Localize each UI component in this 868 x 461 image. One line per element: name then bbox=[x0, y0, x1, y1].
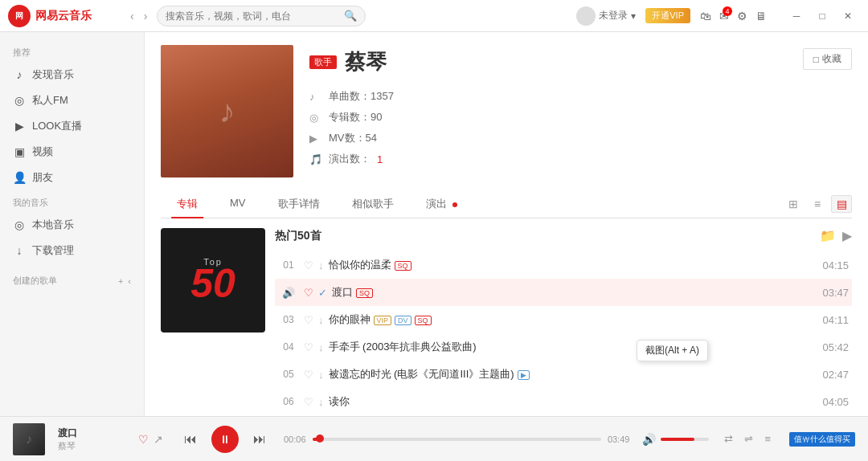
vip-button[interactable]: 开通VIP bbox=[645, 8, 690, 23]
sidebar-item-fm[interactable]: ◎ 私人FM bbox=[0, 88, 144, 113]
search-icon[interactable]: 🔍 bbox=[344, 10, 357, 22]
vip-tag: VIP bbox=[374, 316, 392, 325]
shuffle-icon[interactable]: ⇌ bbox=[742, 430, 755, 447]
song-name[interactable]: 被遗忘的时光 (电影《无间道III》主题曲)▶ bbox=[329, 367, 811, 381]
skin-icon[interactable]: 🖥 bbox=[755, 10, 767, 22]
sidebar-item-friends[interactable]: 👤 朋友 bbox=[0, 165, 144, 190]
tab-similar-artists[interactable]: 相似歌手 bbox=[336, 190, 410, 218]
sidebar-label-video: 视频 bbox=[32, 145, 53, 159]
total-time: 03:49 bbox=[608, 434, 630, 444]
progress-section: 00:06 03:49 bbox=[284, 434, 629, 444]
loop-icon[interactable]: ⇄ bbox=[722, 430, 735, 447]
tab-mv[interactable]: MV bbox=[214, 190, 262, 218]
player-like-icon[interactable]: ♡ bbox=[138, 433, 149, 446]
user-label[interactable]: 未登录 bbox=[599, 9, 628, 22]
play-all-icon[interactable]: ▶ bbox=[842, 228, 852, 243]
folder-icon[interactable]: 📁 bbox=[820, 228, 836, 243]
song-name[interactable]: 读你 bbox=[329, 394, 811, 409]
sidebar-item-download[interactable]: ↓ 下载管理 bbox=[0, 238, 144, 263]
stat-shows-link[interactable]: 1 bbox=[377, 153, 383, 165]
album-icon: ◎ bbox=[309, 112, 322, 124]
sidebar-section-mymusic: 我的音乐 bbox=[0, 190, 144, 212]
download-song-icon[interactable]: ↓ bbox=[318, 396, 324, 408]
nav-arrows: ‹ › bbox=[127, 8, 150, 24]
progress-bar[interactable] bbox=[313, 438, 601, 441]
user-dropdown-icon[interactable]: ▾ bbox=[631, 10, 636, 22]
tab-artist-detail[interactable]: 歌手详情 bbox=[262, 190, 336, 218]
sidebar-item-video[interactable]: ▣ 视频 bbox=[0, 139, 144, 165]
song-actions: ♡ ↓ bbox=[304, 396, 324, 408]
like-icon[interactable]: ♡ bbox=[304, 341, 313, 353]
song-name[interactable]: 你的眼神VIPDVSQ bbox=[329, 312, 811, 327]
sidebar-item-local[interactable]: ◎ 本地音乐 bbox=[0, 212, 144, 238]
discover-icon: ♪ bbox=[13, 68, 26, 81]
song-duration: 04:05 bbox=[810, 396, 849, 408]
song-name[interactable]: 渡口SQ bbox=[332, 285, 810, 300]
player-artist: 蔡琴 bbox=[58, 440, 122, 452]
song-actions: ♡ ↓ bbox=[304, 259, 324, 271]
prev-button[interactable]: ⏮ bbox=[179, 428, 202, 451]
grid-view-button[interactable]: ⊞ bbox=[783, 195, 804, 213]
like-icon[interactable]: ♡ bbox=[304, 396, 313, 408]
artist-stats: ♪ 单曲数：1357 ◎ 专辑数：90 ▶ MV数：54 bbox=[309, 89, 394, 166]
tab-shows[interactable]: 演出 bbox=[410, 190, 474, 218]
like-icon[interactable]: ♡ bbox=[304, 259, 313, 271]
app-logo: 网 网易云音乐 bbox=[8, 5, 121, 27]
download-song-icon[interactable]: ↓ bbox=[318, 314, 324, 326]
like-icon[interactable]: ♡ bbox=[304, 314, 313, 326]
taskbar-text: 值₩什么值得买 bbox=[794, 434, 850, 445]
settings-icon[interactable]: ⚙ bbox=[737, 10, 747, 22]
song-list-header: 热门50首 📁 ▶ bbox=[275, 228, 852, 243]
user-area[interactable]: 未登录 ▾ bbox=[576, 6, 636, 26]
forward-btn[interactable]: › bbox=[141, 8, 151, 24]
sidebar-item-discover[interactable]: ♪ 发现音乐 bbox=[0, 62, 144, 88]
back-btn[interactable]: ‹ bbox=[127, 8, 137, 24]
search-bar[interactable]: 🔍 bbox=[157, 6, 366, 27]
download-song-icon[interactable]: ↓ bbox=[318, 341, 324, 353]
topbar: 网 网易云音乐 ‹ › 🔍 未登录 ▾ 开通VIP 🛍 ✉ 4 ⚙ 🖥 ─ □ … bbox=[0, 0, 868, 32]
play-pause-button[interactable]: ⏸ bbox=[211, 426, 239, 453]
like-icon-active[interactable]: ♡ bbox=[304, 287, 313, 299]
download-song-icon[interactable]: ↓ bbox=[318, 369, 324, 381]
tab-albums[interactable]: 专辑 bbox=[161, 190, 214, 218]
stat-songs: ♪ 单曲数：1357 bbox=[309, 89, 394, 104]
sidebar-label-fm: 私人FM bbox=[32, 93, 68, 108]
add-playlist-button[interactable]: + bbox=[118, 276, 123, 286]
notification-icon[interactable]: ✉ 4 bbox=[719, 10, 729, 22]
sidebar: 推荐 ♪ 发现音乐 ◎ 私人FM ▶ LOOK直播 ▣ 视频 👤 朋友 我的音乐… bbox=[0, 32, 145, 416]
song-row: 03 ♡ ↓ 你的眼神VIPDVSQ 04:11 bbox=[275, 306, 852, 333]
sidebar-label-download: 下载管理 bbox=[32, 243, 74, 258]
bag-icon[interactable]: 🛍 bbox=[700, 10, 711, 22]
collect-button[interactable]: □ 收藏 bbox=[803, 48, 852, 70]
detail-view-button[interactable]: ▤ bbox=[831, 195, 852, 213]
close-button[interactable]: ✕ bbox=[836, 6, 860, 26]
song-actions: ♡ ↓ bbox=[304, 314, 324, 326]
top50-cover[interactable]: Top 50 bbox=[161, 228, 265, 332]
song-list-controls: 📁 ▶ bbox=[820, 228, 852, 243]
stat-albums: ◎ 专辑数：90 bbox=[309, 110, 394, 124]
playlist-actions: + ‹ bbox=[118, 276, 131, 286]
next-button[interactable]: ⏭ bbox=[248, 428, 271, 451]
song-name[interactable]: 手牵手 (2003年抗非典公益歌曲) bbox=[329, 340, 811, 354]
song-row: 01 ♡ ↓ 恰似你的温柔SQ 04:15 bbox=[275, 251, 852, 279]
sidebar-label-local: 本地音乐 bbox=[32, 218, 74, 232]
volume-icon[interactable]: 🔊 bbox=[642, 433, 656, 446]
list-view-button[interactable]: ≡ bbox=[807, 195, 828, 213]
song-name[interactable]: 恰似你的温柔SQ bbox=[329, 258, 811, 272]
search-input[interactable] bbox=[166, 10, 344, 22]
song-duration: 04:15 bbox=[810, 259, 849, 271]
sidebar-playlist-header: 创建的歌单 + ‹ bbox=[0, 270, 144, 292]
collapse-playlist-button[interactable]: ‹ bbox=[128, 276, 131, 286]
minimize-button[interactable]: ─ bbox=[784, 6, 809, 26]
playlist-icon[interactable]: ≡ bbox=[762, 430, 773, 447]
player-share-icon[interactable]: ↗ bbox=[154, 433, 163, 446]
song-row: 05 ♡ ↓ 被遗忘的时光 (电影《无间道III》主题曲)▶ 02:47 bbox=[275, 361, 852, 388]
sidebar-item-look[interactable]: ▶ LOOK直播 bbox=[0, 113, 144, 139]
collect-label: 收藏 bbox=[822, 52, 841, 66]
maximize-button[interactable]: □ bbox=[810, 6, 834, 26]
top50-number: 50 bbox=[190, 263, 235, 304]
download-song-icon[interactable]: ↓ bbox=[318, 259, 324, 271]
volume-bar[interactable] bbox=[661, 438, 709, 441]
screenshot-tooltip: 截图(Alt + A) bbox=[637, 340, 708, 361]
like-icon[interactable]: ♡ bbox=[304, 369, 313, 381]
